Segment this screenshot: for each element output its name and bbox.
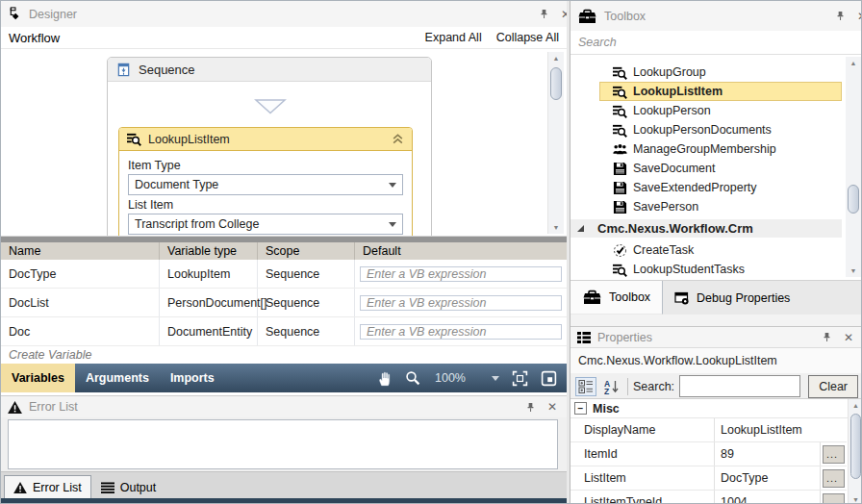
lookuplistitem-activity-title: LookupListItem	[148, 133, 230, 146]
lookuplistitem-activity-header[interactable]: LookupListItem	[119, 128, 412, 151]
pan-button[interactable]	[376, 370, 393, 387]
error-list-close-button[interactable]: ✕	[545, 399, 560, 415]
toolbox-item[interactable]: LookupPersonDocuments	[599, 120, 842, 139]
create-variable-row[interactable]: Create Variable	[1, 346, 567, 365]
variable-scope-cell[interactable]: Sequence	[258, 317, 355, 345]
tab-output[interactable]: Output	[92, 475, 165, 499]
scroll-down-icon[interactable]: ▼	[846, 267, 861, 274]
list-item-dropdown[interactable]: Transcript from College	[128, 214, 403, 235]
toolbox-scrollbar-thumb[interactable]	[848, 185, 859, 214]
tab-error-list[interactable]: Error List	[4, 475, 91, 499]
sequence-header[interactable]: Sequence	[108, 58, 431, 82]
variable-name-cell[interactable]: Doc	[1, 317, 160, 345]
variable-scope-cell[interactable]: Sequence	[258, 260, 355, 288]
toolbox-item[interactable]: ManageGroupMembership	[599, 139, 842, 159]
chevron-collapse-icon[interactable]	[392, 133, 404, 145]
column-header-scope: Scope	[258, 242, 355, 260]
zoom-icon	[405, 370, 420, 386]
fit-to-screen-button[interactable]	[512, 370, 528, 387]
property-value[interactable]: LookupListItem	[715, 418, 847, 441]
combo-caret-icon	[389, 222, 396, 227]
sequence-activity[interactable]: Sequence LookupListItem Item Type	[107, 57, 432, 237]
properties-scrollbar-thumb[interactable]	[850, 414, 861, 479]
tab-imports[interactable]: Imports	[160, 364, 225, 392]
scroll-up-icon[interactable]: ▲	[846, 60, 861, 66]
properties-close-button[interactable]: ✕	[841, 330, 856, 345]
property-name[interactable]: ItemId	[570, 442, 715, 466]
property-value[interactable]: 89	[715, 442, 821, 466]
property-name[interactable]: ListItemTypeId	[570, 491, 715, 504]
variable-default-expression-field[interactable]: Enter a VB expression	[360, 266, 562, 282]
property-value[interactable]: DocType	[715, 466, 821, 490]
toolbox-search-input[interactable]: Search	[570, 31, 862, 55]
dock-gap	[570, 315, 862, 326]
zoom-button[interactable]	[405, 370, 420, 386]
toolbox-item[interactable]: CreateTask	[599, 240, 842, 260]
toolbox-item[interactable]: SaveExtendedProperty	[599, 178, 842, 197]
toolbox-category[interactable]: Cmc.Nexus.Workflow.Crm	[570, 219, 842, 238]
toolbox-item[interactable]: SaveDocument	[599, 159, 842, 178]
debug-properties-icon	[674, 291, 690, 305]
browse-button[interactable]: ...	[823, 493, 845, 504]
overview-button[interactable]	[541, 370, 557, 387]
item-type-label: Item Type	[128, 159, 403, 172]
toolbox-item[interactable]: LookupStudentTasks	[599, 260, 842, 279]
property-name[interactable]: ListItem	[570, 466, 715, 490]
collapse-box-icon[interactable]: −	[574, 402, 587, 415]
properties-scrollbar[interactable]: ▲ ▼	[848, 399, 862, 504]
canvas-scrollbar-thumb[interactable]	[550, 67, 562, 100]
toolbox-item[interactable]: LookupPerson	[599, 101, 842, 120]
property-name[interactable]: DisplayName	[570, 418, 715, 441]
error-list-content[interactable]	[8, 419, 558, 469]
scroll-down-icon[interactable]: ▼	[548, 224, 564, 231]
expander-icon[interactable]	[576, 224, 585, 233]
toolbox-scrollbar[interactable]: ▲ ▼	[846, 57, 861, 277]
error-list-title: Error List	[29, 400, 78, 414]
variable-type-cell[interactable]: PersonDocument[]	[160, 289, 258, 316]
scroll-up-icon[interactable]: ▲	[849, 402, 862, 409]
list-item-label: List Item	[128, 198, 403, 212]
variables-grid: Name Variable type Scope Default DocType…	[1, 242, 567, 364]
tab-arguments[interactable]: Arguments	[75, 364, 160, 392]
scroll-down-icon[interactable]: ▼	[849, 496, 862, 503]
expand-all-link[interactable]: Expand All	[425, 31, 482, 44]
toolbox-pin-button[interactable]	[832, 9, 848, 24]
canvas-scrollbar[interactable]: ▲ ▼	[547, 52, 564, 234]
variable-type-cell[interactable]: DocumentEntity	[160, 317, 258, 345]
clear-button[interactable]: Clear	[808, 375, 858, 398]
variable-default-expression-field[interactable]: Enter a VB expression	[360, 324, 562, 340]
horizontal-splitter[interactable]	[1, 236, 567, 242]
scroll-up-icon[interactable]: ▲	[548, 55, 564, 62]
categorize-button[interactable]	[575, 377, 596, 396]
property-row: ListItem DocType ...	[570, 466, 847, 491]
tab-debug-properties[interactable]: Debug Properties	[663, 281, 801, 315]
variable-name-cell[interactable]: DocType	[1, 260, 160, 288]
browse-button[interactable]: ...	[823, 445, 845, 464]
variable-type-cell[interactable]: LookupItem	[160, 260, 258, 288]
zoom-dropdown-caret-icon[interactable]	[492, 376, 499, 381]
properties-category-row[interactable]: − Misc	[570, 399, 862, 418]
toolbox-item[interactable]: LookupGroup	[599, 63, 842, 82]
properties-search-input[interactable]	[679, 375, 800, 397]
item-type-dropdown[interactable]: Document Type	[128, 174, 403, 195]
right-dock-region: Toolbox ✕ Search LookupGroup LookupListI…	[570, 1, 862, 504]
tab-toolbox[interactable]: Toolbox	[570, 281, 663, 315]
toolbox-item[interactable]: SavePerson	[599, 197, 842, 216]
properties-pin-button[interactable]	[819, 330, 834, 345]
breadcrumb[interactable]: Workflow	[9, 31, 60, 45]
property-value[interactable]: 1004	[715, 491, 821, 504]
variable-name-cell[interactable]: DocList	[1, 289, 160, 316]
lookuplistitem-activity[interactable]: LookupListItem Item Type Document Type L…	[118, 127, 413, 244]
designer-pin-button[interactable]	[536, 7, 551, 22]
browse-button[interactable]: ...	[823, 469, 845, 488]
sort-alphabetical-button[interactable]	[601, 377, 622, 396]
toolbox-item-selected[interactable]: LookupListItem	[599, 82, 842, 101]
variable-scope-cell[interactable]: Sequence	[258, 289, 355, 316]
variable-default-expression-field[interactable]: Enter a VB expression	[360, 295, 562, 311]
error-list-pin-button[interactable]	[522, 399, 538, 415]
collapse-all-link[interactable]: Collapse All	[496, 31, 559, 44]
tab-variables[interactable]: Variables	[1, 364, 75, 392]
designer-region: Designer ✕ Workflow Expand All Collapse …	[1, 1, 567, 504]
zoom-level[interactable]: 100%	[433, 371, 468, 385]
toolbox-close-button[interactable]: ✕	[854, 9, 862, 24]
